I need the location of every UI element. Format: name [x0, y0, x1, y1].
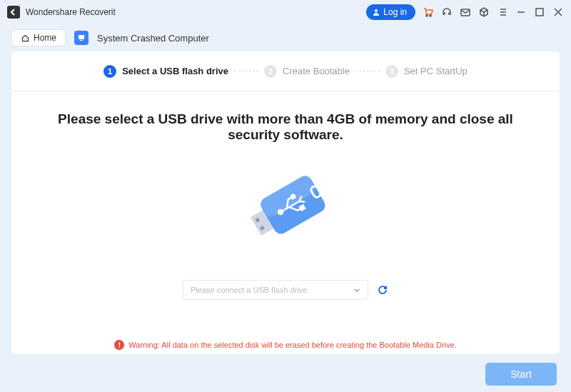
step-3-label: Set PC StartUp: [404, 66, 468, 76]
svg-point-13: [278, 209, 283, 215]
svg-point-1: [426, 15, 428, 16]
step-divider: [355, 71, 380, 71]
app-icon: [7, 6, 20, 19]
step-2-badge: 2: [264, 65, 277, 78]
maximize-button[interactable]: [534, 6, 545, 18]
headline: Please select a USB drive with more than…: [11, 111, 560, 143]
step-3: 3 Set PC StartUp: [385, 65, 468, 78]
home-label: Home: [34, 33, 56, 43]
login-button[interactable]: Log in: [366, 4, 415, 20]
list-icon[interactable]: [497, 6, 508, 18]
titlebar: Wondershare Recoverit Log in: [0, 0, 571, 24]
breadcrumb: Home System Crashed Computer: [0, 24, 571, 51]
usb-illustration: [11, 156, 560, 263]
step-1: 1 Select a USB flash drive: [103, 65, 228, 78]
warning-icon: !: [114, 340, 124, 350]
chevron-down-icon: [353, 286, 360, 293]
stepper: 1 Select a USB flash drive 2 Create Boot…: [11, 51, 560, 91]
page-title: System Crashed Computer: [97, 33, 209, 44]
app-title: Wondershare Recoverit: [26, 7, 116, 17]
step-3-badge: 3: [385, 65, 398, 78]
svg-rect-6: [80, 40, 83, 41]
svg-rect-5: [79, 35, 84, 39]
support-icon[interactable]: [441, 6, 453, 18]
refresh-icon[interactable]: [377, 284, 388, 296]
close-button[interactable]: [552, 6, 564, 18]
usb-select-placeholder: Please connect a USB flash drive: [191, 286, 307, 294]
package-icon[interactable]: [478, 6, 490, 18]
step-divider: [234, 71, 258, 71]
svg-rect-4: [536, 9, 543, 16]
home-button[interactable]: Home: [11, 29, 66, 46]
svg-rect-15: [300, 205, 305, 210]
step-2-label: Create Bootable: [283, 66, 350, 76]
mail-icon[interactable]: [460, 6, 471, 18]
warning: ! Warning: All data on the selected disk…: [11, 340, 560, 350]
start-button[interactable]: Start: [485, 363, 557, 386]
svg-point-14: [290, 194, 295, 199]
step-1-label: Select a USB flash drive: [122, 66, 228, 76]
crashed-computer-icon: [74, 31, 89, 45]
minimize-button[interactable]: [515, 6, 527, 18]
cart-icon[interactable]: [423, 6, 434, 18]
svg-point-0: [375, 9, 378, 12]
main-card: 1 Select a USB flash drive 2 Create Boot…: [11, 51, 560, 354]
login-label: Log in: [383, 7, 407, 17]
warning-text: Warning: All data on the selected disk w…: [128, 341, 456, 349]
usb-drive-select[interactable]: Please connect a USB flash drive: [183, 280, 368, 300]
step-1-badge: 1: [103, 65, 116, 78]
svg-point-2: [430, 15, 431, 16]
step-2: 2 Create Bootable: [264, 65, 350, 78]
